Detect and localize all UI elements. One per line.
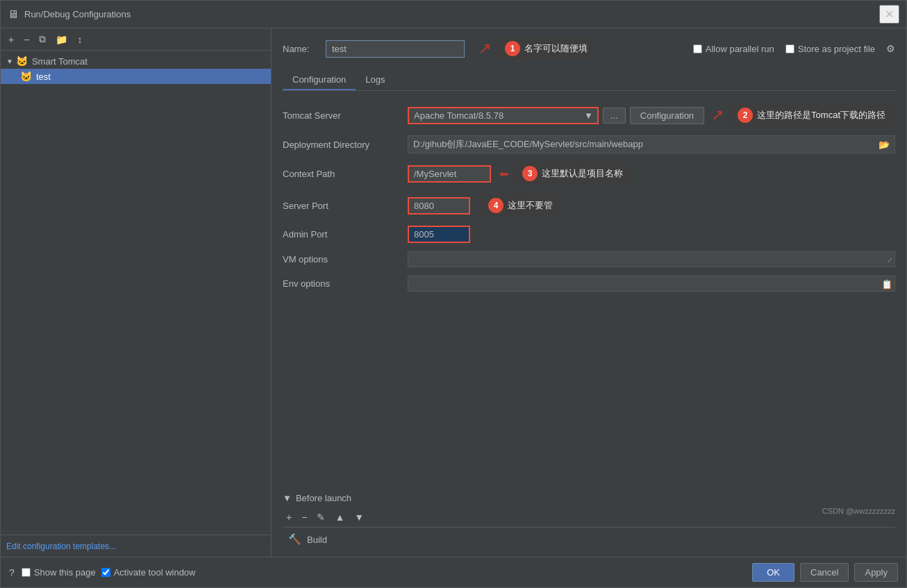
dialog-icon: 🖥 [8, 8, 19, 21]
close-button[interactable]: ✕ [879, 5, 899, 24]
show-page-label: Show this page [34, 567, 96, 578]
name-input[interactable] [326, 40, 465, 58]
allow-parallel-option[interactable]: Allow parallel run [693, 44, 774, 54]
env-options-input[interactable] [408, 276, 895, 292]
before-launch-arrow-icon: ▼ [283, 493, 292, 503]
server-port-input[interactable] [408, 197, 470, 215]
folder-browse-icon[interactable]: 📂 [879, 140, 890, 150]
vm-options-input[interactable] [408, 251, 895, 267]
activate-checkbox[interactable] [101, 568, 110, 577]
callout-3-text: 这里默认是项目名称 [542, 167, 623, 180]
show-page-option[interactable]: Show this page [22, 567, 96, 578]
before-launch-label: Before launch [296, 493, 351, 503]
tomcat-server-row: Tomcat Server Apache Tomcat/8.5.78 ▼ ...… [283, 99, 895, 131]
sidebar: + − ⧉ 📁 ↕ ▼ 🐱 Smart Tomcat 🐱 test [1, 28, 272, 557]
callout-3: 3 这里默认是项目名称 [513, 162, 633, 185]
admin-port-label: Admin Port [283, 229, 408, 240]
build-label: Build [307, 535, 327, 545]
tab-logs[interactable]: Logs [356, 70, 394, 90]
arrow1-icon: ↗ [479, 40, 491, 58]
help-button[interactable]: ? [9, 567, 15, 578]
allow-parallel-label: Allow parallel run [706, 44, 774, 54]
callout-4-text: 这里不要管 [508, 199, 553, 212]
apply-button[interactable]: Apply [854, 563, 898, 582]
ok-button[interactable]: OK [752, 563, 794, 582]
env-options-label: Env options [283, 278, 408, 289]
activate-label: Activate tool window [114, 567, 196, 578]
tab-configuration[interactable]: Configuration [283, 70, 356, 90]
sidebar-item-smart-tomcat[interactable]: ▼ 🐱 Smart Tomcat [1, 53, 271, 69]
before-launch-down-button[interactable]: ▼ [351, 510, 367, 524]
env-options-row: Env options 📋 [283, 271, 895, 296]
tomcat-config-button[interactable]: Configuration [630, 107, 704, 124]
smart-tomcat-icon: 🐱 [16, 56, 28, 67]
before-launch-up-button[interactable]: ▲ [331, 510, 348, 524]
tomcat-browse-button[interactable]: ... [603, 108, 626, 124]
sidebar-toolbar: + − ⧉ 📁 ↕ [1, 28, 271, 51]
context-path-row: Context Path ⬅ 3 这里默认是项目名称 [283, 158, 895, 190]
vm-options-row: VM options ⤢ [283, 247, 895, 271]
callout-4-number: 4 [488, 198, 504, 213]
tab-logs-label: Logs [365, 74, 385, 85]
sidebar-bottom: Edit configuration templates... [1, 535, 271, 557]
folder-config-button[interactable]: 📁 [52, 32, 71, 47]
edit-templates-link[interactable]: Edit configuration templates... [6, 541, 116, 551]
form-section: Tomcat Server Apache Tomcat/8.5.78 ▼ ...… [283, 99, 895, 485]
dialog-title: Run/Debug Configurations [24, 9, 879, 19]
show-page-checkbox[interactable] [22, 568, 31, 577]
before-launch-toolbar: + − ✎ ▲ ▼ [283, 507, 895, 528]
tomcat-server-label: Tomcat Server [283, 110, 408, 121]
callout-2-number: 2 [738, 108, 753, 123]
test-config-label: test [36, 72, 51, 82]
footer: ? Show this page Activate tool window OK… [1, 557, 906, 587]
before-launch-remove-button[interactable]: − [298, 510, 310, 524]
store-project-option[interactable]: Store as project file [785, 44, 875, 54]
tomcat-server-select-wrap: Apache Tomcat/8.5.78 ▼ [408, 107, 599, 124]
sidebar-item-test[interactable]: 🐱 test [1, 69, 271, 84]
server-port-label: Server Port [283, 201, 408, 211]
sort-config-button[interactable]: ↕ [74, 32, 85, 47]
before-launch-edit-button[interactable]: ✎ [313, 510, 328, 524]
name-row: Name: ↗ 1 名字可以随便填 Allow parallel run [283, 37, 895, 60]
store-project-checkbox[interactable] [785, 44, 794, 53]
callout-3-number: 3 [522, 166, 538, 181]
admin-port-input[interactable] [408, 226, 470, 243]
sidebar-tree: ▼ 🐱 Smart Tomcat 🐱 test [1, 51, 271, 535]
context-path-label: Context Path [283, 169, 408, 179]
callout-1-number: 1 [505, 41, 520, 56]
gear-icon[interactable]: ⚙ [886, 43, 895, 54]
smart-tomcat-label: Smart Tomcat [32, 56, 88, 67]
title-bar: 🖥 Run/Debug Configurations ✕ [1, 1, 906, 28]
deployment-dir-row: Deployment Directory D:/gihub创库/JavaEE_C… [283, 131, 895, 158]
arrow2-icon: ↗ [711, 106, 724, 124]
tomcat-server-select[interactable]: Apache Tomcat/8.5.78 [409, 108, 597, 123]
before-launch-add-button[interactable]: + [283, 510, 295, 524]
vm-options-label: VM options [283, 254, 408, 264]
before-launch-section: ▼ Before launch + − ✎ ▲ ▼ 🔨 Build [283, 493, 895, 548]
arrow3-icon: ⬅ [499, 167, 508, 180]
callout-1-text: 名字可以随便填 [524, 42, 588, 55]
build-icon: 🔨 [288, 533, 301, 546]
expand-arrow-icon: ▼ [6, 58, 13, 65]
build-item: 🔨 Build [283, 530, 895, 548]
callout-4: 4 这里不要管 [479, 194, 563, 217]
store-project-label: Store as project file [798, 44, 875, 54]
deployment-dir-label: Deployment Directory [283, 140, 408, 150]
test-config-icon: 🐱 [20, 71, 32, 82]
tab-configuration-label: Configuration [292, 74, 346, 85]
callout-2-text: 这里的路径是Tomcat下载的路径 [757, 109, 885, 121]
vm-expand-icon[interactable]: ⤢ [887, 255, 892, 263]
env-options-icon[interactable]: 📋 [881, 278, 892, 289]
add-config-button[interactable]: + [5, 32, 17, 47]
cancel-button[interactable]: Cancel [800, 563, 849, 582]
before-launch-header: ▼ Before launch [283, 493, 895, 503]
deployment-dir-value: D:/gihub创库/JavaEE_CODE/MyServlet/src/mai… [413, 138, 643, 151]
allow-parallel-checkbox[interactable] [693, 44, 702, 53]
activate-tool-window-option[interactable]: Activate tool window [101, 567, 196, 578]
copy-config-button[interactable]: ⧉ [35, 31, 49, 47]
context-path-input[interactable] [408, 165, 491, 183]
remove-config-button[interactable]: − [20, 32, 33, 47]
server-port-row: Server Port 4 这里不要管 [283, 190, 895, 221]
config-group-smart-tomcat: ▼ 🐱 Smart Tomcat 🐱 test [1, 51, 271, 87]
tabs: Configuration Logs [283, 70, 895, 91]
